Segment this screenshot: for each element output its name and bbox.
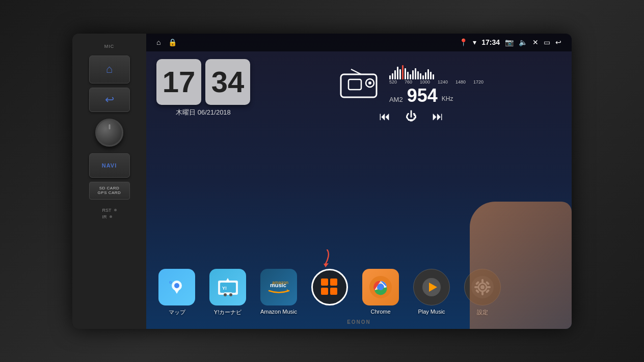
location-icon: 📍 [459,38,468,46]
volume-knob[interactable] [95,119,123,147]
radio-icon-area: 520 760 1000 1240 1480 1720 AM2 [338,64,484,105]
screen: ⌂ 🔒 📍 ▾ 17:34 📷 🔈 ✕ ▭ ↩ [146,34,572,329]
app-item-maps[interactable]: G マップ [156,269,197,316]
home-icon: ⌂ [106,63,113,76]
spec-bar-7 [407,72,409,79]
radio-svg-icon [338,67,379,102]
radio-unit: KHz [442,95,453,102]
gps-card-label: GPS CARD [98,190,121,195]
app-item-settings[interactable]: 設定 [462,269,503,316]
carnavi-svg: Y! [214,273,242,301]
playmusic-svg [419,274,444,300]
sd-card-button[interactable]: SD CARD GPS CARD [89,182,130,200]
spec-bar-13 [422,75,424,79]
radio-power-button[interactable]: ⏻ [406,110,417,123]
radio-prev-button[interactable]: ⏮ [379,110,390,123]
svg-point-13 [224,293,227,296]
clock-hour: 17 [156,59,201,105]
main-content: 17 34 木曜日 06/21/2018 [146,51,572,329]
apps-row: G マップ [156,269,561,321]
camera-icon: 📷 [505,38,514,46]
top-widgets: 17 34 木曜日 06/21/2018 [156,59,561,128]
android-screen: ⌂ 🔒 📍 ▾ 17:34 📷 🔈 ✕ ▭ ↩ [146,34,572,329]
clock-widget: 17 34 木曜日 06/21/2018 [156,59,250,117]
back-status-icon: ↩ [555,38,561,46]
status-bar: ⌂ 🔒 📍 ▾ 17:34 📷 🔈 ✕ ▭ ↩ [146,34,572,51]
clock-digits: 17 34 [156,59,250,105]
svg-point-6 [174,283,179,288]
radio-next-button[interactable]: ⏭ [432,110,443,123]
ir-label: IR [102,214,107,219]
svg-marker-7 [174,289,180,294]
play-music-label: Play Music [418,309,445,315]
status-time: 17:34 [481,38,500,46]
app-item-amazon-music[interactable]: music amazon Amazon Music [258,269,299,316]
brand-label: EONON [347,319,371,325]
car-frame: MIC ⌂ ↩ NAVI SD CARD GPS CARD RST [0,0,644,362]
spectrum-display [389,64,434,79]
svg-text:G: G [169,281,172,284]
volume-icon: 🔈 [519,38,527,46]
ir-led [110,215,112,218]
carnavi-icon: Y! [209,269,246,305]
svg-rect-35 [481,291,484,295]
spec-bar-17 [433,74,434,79]
clock-date: 木曜日 06/21/2018 [176,108,231,117]
svg-marker-18 [324,263,329,267]
lock-status-icon: 🔒 [168,38,177,46]
back-icon: ↩ [105,93,114,106]
spec-bar-2 [392,73,393,79]
radio-controls: ⏮ ⏻ ⏭ [379,110,443,123]
spec-bar-6 [405,68,406,79]
play-music-icon [413,269,450,305]
home-button[interactable]: ⌂ [89,55,130,83]
svg-marker-11 [225,278,230,283]
app-item-chrome[interactable]: Chrome [360,269,401,316]
amazon-music-label: Amazon Music [260,309,297,315]
svg-point-3 [368,81,371,85]
svg-point-27 [378,284,384,290]
status-left: ⌂ 🔒 [156,38,177,46]
amazon-music-icon: music amazon [260,269,297,305]
wifi-icon: ▾ [473,38,476,46]
unit-body: MIC ⌂ ↩ NAVI SD CARD GPS CARD RST [72,34,572,329]
svg-point-14 [229,293,232,296]
settings-label: 設定 [477,309,488,316]
settings-svg [470,274,495,300]
spec-bar-1 [389,75,391,79]
app-item-play-music[interactable]: Play Music [411,269,452,316]
freq-label-5: 1480 [455,79,466,85]
spec-bar-4 [397,67,398,79]
freq-labels: 520 760 1000 1240 1480 1720 [389,79,484,85]
spec-bar-3 [394,70,396,79]
freq-label-3: 1000 [420,79,430,85]
arrow-svg [319,249,335,267]
navi-label: NAVI [102,162,117,169]
spec-bar-5 [399,69,401,79]
carnavi-label: Y!カーナビ [214,309,242,316]
back-button[interactable]: ↩ [89,88,130,112]
maps-label: マップ [169,309,185,316]
chrome-icon [362,269,399,305]
rst-label: RST [102,208,112,213]
app-item-carnavi[interactable]: Y! Y!カーナビ [207,269,248,316]
radio-freq-display: 520 760 1000 1240 1480 1720 AM2 [389,64,484,105]
navi-button[interactable]: NAVI [89,153,130,178]
battery-icon: ▭ [544,38,550,46]
spec-bar-10 [415,68,416,79]
appgrid-svg [319,276,340,298]
app-item-appgrid[interactable] [309,269,350,316]
maps-svg: G [164,274,190,300]
svg-rect-22 [330,288,337,295]
spec-bar-14 [425,72,426,79]
status-right: 📍 ▾ 17:34 📷 🔈 ✕ ▭ ↩ [459,38,561,46]
spec-bar-8 [410,74,411,79]
svg-rect-36 [474,286,478,288]
svg-text:amazon: amazon [272,280,288,285]
radio-frequency: 954 [407,87,438,105]
settings-icon [464,269,501,305]
rst-led [114,209,117,211]
spec-bar-highlight [402,65,404,79]
svg-rect-21 [321,288,328,295]
spec-bar-9 [412,70,414,79]
